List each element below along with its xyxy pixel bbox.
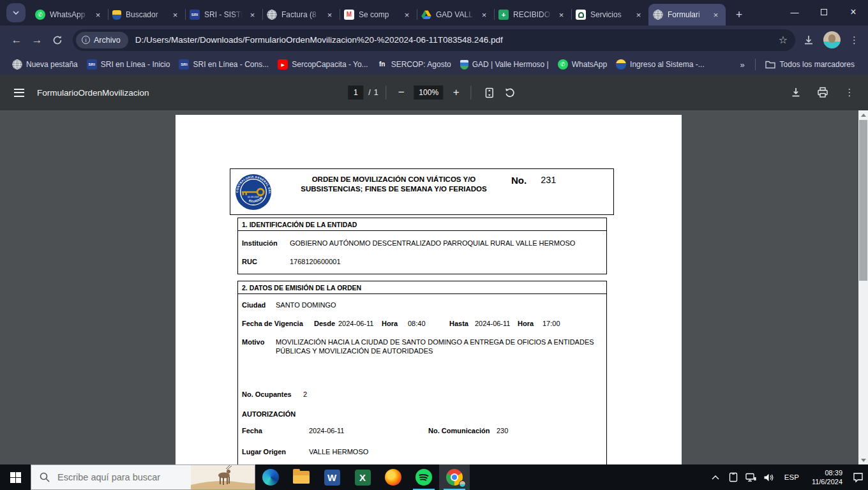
start-button[interactable]: [0, 464, 31, 490]
zoom-level[interactable]: 100%: [414, 85, 444, 100]
taskbar-chrome-active[interactable]: [439, 464, 470, 490]
scroll-up-arrow[interactable]: [858, 110, 868, 119]
tab-close-icon[interactable]: ×: [556, 10, 567, 20]
tab-close-icon[interactable]: ×: [93, 10, 103, 20]
taskbar-edge[interactable]: [255, 464, 286, 490]
bookmark-ingreso-sistema[interactable]: Ingreso al Sistema -...: [611, 57, 709, 71]
browser-menu-icon[interactable]: ⋮: [849, 34, 859, 46]
ciudad-value: SANTO DOMINGO: [276, 301, 336, 309]
lugar-origen-value: VALLE HERMOSO: [309, 448, 368, 456]
pdf-more-options-icon[interactable]: ⋮: [839, 82, 860, 103]
hora-hasta-label: Hora: [518, 320, 534, 328]
tab-recibido[interactable]: + RECIBIDO ×: [494, 4, 571, 26]
maximize-icon: [821, 9, 827, 15]
bookmark-label: Nueva pestaña: [26, 60, 78, 69]
language-indicator[interactable]: ESP: [779, 473, 804, 481]
all-bookmarks-button[interactable]: Todos los marcadores: [760, 58, 860, 71]
bookmark-nueva-pestana[interactable]: Nueva pestaña: [8, 57, 82, 71]
sri-icon: SRI: [179, 59, 189, 70]
pdf-download-button[interactable]: [785, 82, 807, 103]
forward-button[interactable]: →: [27, 30, 47, 50]
tab-gad-drive[interactable]: GAD VALL ×: [417, 4, 494, 26]
zoom-in-button[interactable]: +: [449, 86, 463, 99]
tray-volume-icon[interactable]: [761, 464, 777, 490]
address-bar[interactable]: i Archivo D:/Users/Master/Downloads/Form…: [73, 29, 795, 51]
fn-icon: fn: [377, 59, 387, 70]
chip-label: Archivo: [94, 36, 121, 45]
rotate-button[interactable]: [500, 87, 520, 98]
doc-no-label: No.: [511, 175, 527, 214]
action-center-button[interactable]: [850, 464, 865, 490]
chrome-profile-badge: [459, 480, 466, 487]
lugar-origen-label: Lugar Origen: [242, 448, 286, 456]
tab-whatsapp[interactable]: ✆ WhatsApp ×: [31, 4, 108, 26]
tray-network-icon[interactable]: [744, 464, 759, 490]
bookmark-gad-valle-hermoso[interactable]: GAD | Valle Hermoso |: [456, 58, 553, 71]
bookmark-label: GAD | Valle Hermoso |: [472, 60, 549, 69]
tab-close-icon[interactable]: ×: [247, 10, 258, 20]
bookmark-sercop-agosto[interactable]: fn SERCOP: Agosto: [373, 57, 456, 71]
page-number-input[interactable]: [348, 85, 363, 100]
bookmark-label: WhatsApp: [572, 60, 607, 69]
maximize-button[interactable]: [809, 0, 839, 24]
tab-close-icon[interactable]: ×: [479, 10, 490, 20]
clock[interactable]: 08:39 11/6/2024: [807, 468, 848, 486]
pdf-title: FormularioOrdenMovilizacion: [37, 88, 149, 98]
pdf-print-button[interactable]: [812, 82, 834, 103]
tab-sri-sistema[interactable]: SRI SRI - SISTE ×: [185, 4, 262, 26]
bookmark-whatsapp[interactable]: ✆ WhatsApp: [553, 57, 611, 71]
zoom-out-button[interactable]: −: [394, 86, 408, 99]
new-tab-button[interactable]: +: [730, 5, 749, 24]
tab-factura[interactable]: Factura (8 ×: [262, 4, 340, 26]
taskbar-file-explorer[interactable]: [286, 464, 317, 490]
comunicacion-label: No. Comunicación: [428, 427, 490, 435]
taskbar-search[interactable]: [31, 464, 255, 490]
search-highlight-art[interactable]: [191, 465, 255, 489]
tray-expand-chevron[interactable]: [708, 464, 723, 490]
tab-gmail[interactable]: M Se comp ×: [340, 4, 417, 26]
taskbar-word[interactable]: W: [317, 464, 347, 490]
crest-icon: [112, 10, 121, 20]
scroll-down-arrow[interactable]: [858, 456, 868, 464]
fit-to-page-button[interactable]: [479, 87, 500, 98]
tab-search-button[interactable]: [6, 3, 26, 22]
reload-button[interactable]: [47, 30, 68, 50]
tab-buscador[interactable]: Buscador ×: [108, 4, 185, 26]
tablet-icon: [729, 472, 738, 482]
pdf-toolbar: FormularioOrdenMovilizacion / 1 − 100% +…: [0, 75, 868, 110]
globe-icon: [267, 10, 277, 20]
tab-label: Servicios: [590, 10, 629, 19]
pdf-menu-icon[interactable]: [14, 89, 24, 97]
minimize-button[interactable]: —: [780, 0, 809, 24]
taskbar-firefox[interactable]: [378, 464, 408, 490]
taskbar-spotify[interactable]: [408, 464, 439, 490]
drive-icon: [421, 10, 431, 20]
tab-close-icon[interactable]: ×: [170, 10, 181, 20]
downloads-icon[interactable]: [803, 34, 814, 46]
close-window-button[interactable]: ×: [839, 0, 868, 24]
scrollbar-thumb[interactable]: [859, 120, 867, 281]
bookmarks-overflow-chevron[interactable]: »: [733, 60, 751, 70]
tab-close-icon[interactable]: ×: [710, 10, 721, 20]
tab-close-icon[interactable]: ×: [633, 10, 644, 20]
taskbar-excel[interactable]: X: [347, 464, 378, 490]
back-button[interactable]: ←: [6, 30, 27, 50]
search-input[interactable]: [57, 472, 191, 482]
tab-close-icon[interactable]: ×: [401, 10, 412, 20]
tab-servicios[interactable]: Servicios ×: [571, 4, 648, 26]
tab-close-icon[interactable]: ×: [324, 10, 335, 20]
tab-formulario-active[interactable]: Formulari ×: [648, 4, 726, 26]
bookmark-star-icon[interactable]: ☆: [779, 34, 788, 46]
file-scheme-chip[interactable]: i Archivo: [76, 32, 128, 48]
bookmark-sri-inicio[interactable]: SRI SRI en Línea - Inicio: [82, 57, 175, 71]
chevron-up-icon: [712, 475, 719, 480]
vertical-scrollbar[interactable]: [858, 110, 868, 464]
windows-logo-icon: [10, 472, 21, 483]
pdf-viewer-area: CONTRALORÍA GENERAL DEL ESTADO 02-XII-19…: [0, 110, 868, 464]
excel-icon: X: [355, 470, 371, 486]
bookmark-sercopcapacita[interactable]: ▶ SercopCapacita - Yo...: [273, 57, 372, 71]
bookmark-sri-consultas[interactable]: SRI SRI en Línea - Cons...: [174, 57, 273, 71]
profile-avatar[interactable]: [823, 31, 841, 48]
svg-text:02-XII-1927: 02-XII-1927: [248, 196, 259, 198]
tray-device-icon[interactable]: [726, 464, 741, 490]
